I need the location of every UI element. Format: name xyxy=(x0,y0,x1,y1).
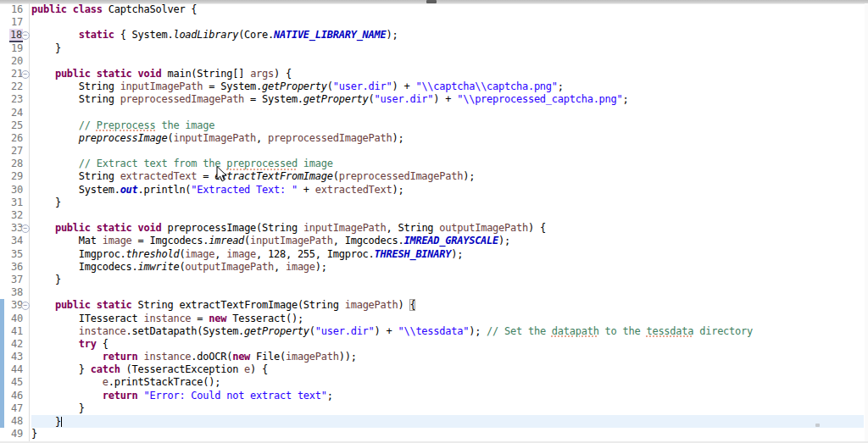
code-text[interactable] xyxy=(31,55,864,68)
code-text[interactable]: try { xyxy=(31,338,864,351)
line-number[interactable]: 21 xyxy=(4,68,23,80)
code-line[interactable]: 24 xyxy=(0,107,864,119)
code-text[interactable] xyxy=(31,107,864,119)
line-number[interactable]: 29 xyxy=(4,170,23,183)
code-text[interactable]: public static void main(String[] args) { xyxy=(31,68,864,80)
code-text[interactable]: Imgcodecs.imwrite(outputImagePath, image… xyxy=(31,261,864,274)
code-line[interactable]: 31 } xyxy=(0,197,864,209)
code-text[interactable] xyxy=(31,209,864,222)
line-number[interactable]: 38 xyxy=(4,286,23,299)
fold-collapse-minus-icon[interactable] xyxy=(21,31,30,40)
line-number[interactable]: 43 xyxy=(4,351,23,363)
code-line[interactable]: 45 e.printStackTrace(); xyxy=(0,376,864,389)
code-line[interactable]: 49} xyxy=(0,428,864,440)
code-text[interactable]: } xyxy=(31,415,864,428)
line-number[interactable]: 30 xyxy=(4,184,23,197)
code-line[interactable]: 36 Imgcodecs.imwrite(outputImagePath, im… xyxy=(0,261,864,274)
line-number[interactable]: 19 xyxy=(4,42,23,55)
code-text[interactable]: String extractedText = extractTextFromIm… xyxy=(31,170,864,183)
code-line[interactable]: 20 xyxy=(0,55,864,68)
line-number[interactable]: 26 xyxy=(4,132,23,145)
line-number[interactable]: 20 xyxy=(4,55,23,68)
code-line[interactable]: 48 } xyxy=(0,415,864,428)
code-line[interactable]: 41 instance.setDatapath(System.getProper… xyxy=(0,325,864,338)
code-line[interactable]: 44 } catch (TesseractException e) { xyxy=(0,363,864,376)
code-line[interactable]: 39 public static String extractTextFromI… xyxy=(0,299,864,312)
code-text[interactable]: } xyxy=(31,274,864,286)
code-line[interactable]: 18 static { System.loadLibrary(Core.NATI… xyxy=(0,29,864,42)
code-text[interactable]: return instance.doOCR(new File(imagePath… xyxy=(31,351,864,363)
line-number[interactable]: 46 xyxy=(4,390,23,402)
code-text[interactable]: public static void preprocessImage(Strin… xyxy=(31,222,864,235)
code-text[interactable]: // Preprocess the image xyxy=(31,119,864,132)
code-text[interactable]: preprocessImage(inputImagePath, preproce… xyxy=(31,132,864,145)
line-number[interactable]: 32 xyxy=(4,209,23,222)
code-text[interactable]: // Extract text from the preprocessed im… xyxy=(31,158,864,170)
code-line[interactable]: 33 public static void preprocessImage(St… xyxy=(0,222,864,235)
fold-collapse-minus-icon[interactable] xyxy=(21,70,30,79)
fold-collapse-minus-icon[interactable] xyxy=(21,302,30,310)
line-number[interactable]: 49 xyxy=(4,428,23,440)
line-number[interactable]: 36 xyxy=(4,261,23,274)
code-line[interactable]: 22 String inputImagePath = System.getPro… xyxy=(0,80,864,93)
line-number[interactable]: 35 xyxy=(4,248,23,261)
code-line[interactable]: 40 ITesseract instance = new Tesseract()… xyxy=(0,313,864,325)
code-text[interactable]: static { System.loadLibrary(Core.NATIVE_… xyxy=(31,29,864,42)
line-number[interactable]: 16 xyxy=(4,3,23,16)
code-text[interactable]: public static String extractTextFromImag… xyxy=(31,299,864,312)
code-line[interactable]: 43 return instance.doOCR(new File(imageP… xyxy=(0,351,864,363)
line-number[interactable]: 45 xyxy=(4,376,23,389)
code-line[interactable]: 23 String preprocessedImagePath = System… xyxy=(0,93,864,106)
code-line[interactable]: 38 xyxy=(0,286,864,299)
code-line[interactable]: 47 } xyxy=(0,402,864,415)
line-number[interactable]: 40 xyxy=(4,313,23,325)
line-number[interactable]: 47 xyxy=(4,402,23,415)
code-line[interactable]: 42 try { xyxy=(0,338,864,351)
code-text[interactable]: } xyxy=(31,42,864,55)
code-line[interactable]: 34 Mat image = Imgcodecs.imread(inputIma… xyxy=(0,235,864,247)
code-line[interactable]: 46 return "Error: Could not extract text… xyxy=(0,390,864,402)
line-number[interactable]: 41 xyxy=(4,325,23,338)
line-number[interactable]: 33 xyxy=(4,222,23,235)
line-number[interactable]: 22 xyxy=(4,80,23,93)
line-number[interactable]: 25 xyxy=(4,119,23,132)
code-line[interactable]: 16public class CaptchaSolver { xyxy=(0,3,864,16)
code-line[interactable]: 29 String extractedText = extractTextFro… xyxy=(0,170,864,183)
code-text[interactable]: return "Error: Could not extract text"; xyxy=(31,390,864,402)
code-text[interactable]: String inputImagePath = System.getProper… xyxy=(31,80,864,93)
code-text[interactable]: e.printStackTrace(); xyxy=(31,376,864,389)
line-number[interactable]: 37 xyxy=(4,274,23,286)
line-number[interactable]: 48 xyxy=(4,415,23,428)
code-text[interactable]: public class CaptchaSolver { xyxy=(31,3,864,16)
code-text[interactable]: } xyxy=(31,197,864,209)
code-line[interactable]: 25 // Preprocess the image xyxy=(0,119,864,132)
code-area[interactable]: 16public class CaptchaSolver {1718 stati… xyxy=(0,3,864,440)
code-text[interactable]: } xyxy=(31,402,864,415)
line-number[interactable]: 28 xyxy=(4,158,23,170)
code-text[interactable]: } catch (TesseractException e) { xyxy=(31,363,864,376)
line-number[interactable]: 27 xyxy=(4,145,23,158)
line-number[interactable]: 24 xyxy=(4,107,23,119)
line-number[interactable]: 39 xyxy=(4,299,23,312)
line-number[interactable]: 18 xyxy=(4,29,23,42)
code-text[interactable]: Imgproc.threshold(image, image, 128, 255… xyxy=(31,248,864,261)
code-line[interactable]: 21 public static void main(String[] args… xyxy=(0,68,864,80)
code-line[interactable]: 30 System.out.println("Extracted Text: "… xyxy=(0,184,864,197)
line-number[interactable]: 44 xyxy=(4,363,23,376)
code-line[interactable]: 26 preprocessImage(inputImagePath, prepr… xyxy=(0,132,864,145)
line-number[interactable]: 34 xyxy=(4,235,23,247)
code-line[interactable]: 37 } xyxy=(0,274,864,286)
code-line[interactable]: 19 } xyxy=(0,42,864,55)
code-line[interactable]: 32 xyxy=(0,209,864,222)
line-number[interactable]: 17 xyxy=(4,16,23,29)
line-number[interactable]: 31 xyxy=(4,197,23,209)
code-text[interactable]: ITesseract instance = new Tesseract(); xyxy=(31,313,864,325)
code-text[interactable]: String preprocessedImagePath = System.ge… xyxy=(31,93,864,106)
line-number[interactable]: 23 xyxy=(4,93,23,106)
code-line[interactable]: 28 // Extract text from the preprocessed… xyxy=(0,158,864,170)
fold-collapse-minus-icon[interactable] xyxy=(21,224,30,233)
code-text[interactable] xyxy=(31,16,864,29)
code-text[interactable] xyxy=(31,145,864,158)
code-line[interactable]: 27 xyxy=(0,145,864,158)
code-text[interactable]: } xyxy=(31,428,864,440)
